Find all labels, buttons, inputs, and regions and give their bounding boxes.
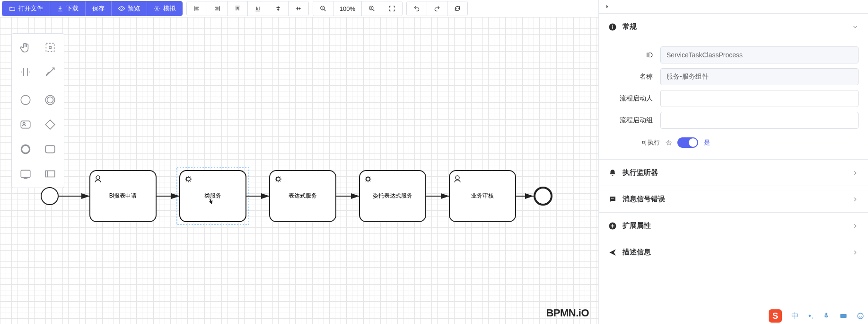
chevron-right-icon (852, 196, 859, 203)
svg-rect-26 (612, 26, 613, 28)
sogou-ime-icon[interactable]: S (769, 309, 782, 323)
name-label: 名称 (608, 72, 660, 81)
chevron-right-icon (605, 4, 610, 9)
open-file-button[interactable]: 打开文件 (2, 1, 50, 16)
eye-icon (118, 5, 125, 12)
zoom-group: 100% (313, 1, 403, 16)
download-icon (57, 5, 63, 12)
svg-point-0 (121, 8, 123, 9)
svg-point-1 (156, 8, 158, 9)
id-label: ID (608, 51, 660, 59)
redo-icon (434, 5, 440, 12)
service-task-node[interactable]: 表达式服务 (270, 171, 336, 222)
svg-rect-32 (840, 314, 846, 318)
section-signals: 消息信号错误 (599, 186, 868, 212)
folder-open-icon (9, 5, 16, 12)
service-task-node-selected[interactable]: 类服务 (177, 168, 249, 225)
section-title: 消息信号错误 (623, 195, 665, 204)
user-task-node[interactable]: 业务审核 (449, 171, 516, 222)
microphone-icon[interactable] (823, 312, 830, 320)
emoji-icon[interactable] (857, 312, 864, 320)
align-right-button[interactable] (207, 1, 228, 16)
align-left-button[interactable] (187, 1, 207, 16)
align-center-h-button[interactable] (268, 1, 289, 16)
svg-point-30 (614, 198, 614, 199)
node-label: 委托表达式服务 (373, 192, 412, 199)
refresh-button[interactable] (447, 1, 467, 16)
align-top-icon (234, 5, 241, 12)
section-listeners-header[interactable]: 执行监听器 (599, 160, 868, 186)
node-label: 业务审核 (471, 192, 494, 199)
download-button[interactable]: 下载 (50, 1, 86, 16)
initiator-label: 流程启动人 (608, 94, 660, 103)
end-event[interactable] (535, 188, 552, 205)
switch-no-label: 否 (666, 138, 672, 147)
node-label: 类服务 (204, 192, 221, 199)
zoom-level: 100% (333, 1, 362, 16)
id-input[interactable]: ServiceTaskClassProcess (660, 46, 859, 63)
align-bottom-button[interactable] (248, 1, 268, 16)
user-task-node[interactable]: Bi报表申请 (90, 171, 156, 222)
plus-circle-icon (608, 222, 617, 230)
svg-point-33 (858, 313, 863, 319)
svg-point-29 (612, 198, 613, 199)
align-center-v-button[interactable] (289, 1, 308, 16)
section-title: 常规 (623, 22, 637, 31)
section-listeners: 执行监听器 (599, 159, 868, 186)
bell-icon (608, 169, 617, 177)
section-description: 描述信息 (599, 239, 868, 265)
preview-label: 预览 (128, 4, 140, 13)
start-group-label: 流程启动组 (608, 116, 660, 125)
save-button[interactable]: 保存 (86, 1, 112, 16)
panel-collapse-bar[interactable] (599, 0, 868, 13)
simulate-label: 模拟 (163, 4, 175, 13)
section-general-body: ID ServiceTaskClassProcess 名称 服务-服务组件 流程… (599, 40, 868, 159)
chevron-right-icon (852, 223, 859, 229)
open-file-label: 打开文件 (18, 4, 43, 13)
refresh-icon (454, 5, 461, 12)
initiator-input[interactable] (660, 90, 859, 107)
section-signals-header[interactable]: 消息信号错误 (599, 186, 868, 212)
simulate-button[interactable]: 模拟 (147, 1, 182, 16)
svg-point-27 (612, 25, 613, 26)
chevron-down-icon (852, 24, 859, 30)
zoom-in-button[interactable] (362, 1, 382, 16)
gear-icon (154, 5, 160, 12)
align-top-button[interactable] (228, 1, 248, 16)
service-task-node[interactable]: 委托表达式服务 (359, 171, 426, 222)
download-label: 下载 (66, 4, 79, 13)
align-left-icon (193, 5, 200, 12)
name-input[interactable]: 服务-服务组件 (660, 68, 859, 85)
redo-button[interactable] (427, 1, 447, 16)
zoom-out-icon (320, 5, 326, 12)
executable-switch[interactable] (677, 137, 698, 148)
svg-point-28 (611, 198, 612, 199)
align-center-v-icon (295, 5, 302, 12)
section-general-header[interactable]: 常规 (599, 14, 868, 40)
align-right-icon (214, 5, 220, 12)
info-icon (608, 23, 617, 31)
start-event[interactable] (41, 188, 58, 205)
ime-punct-icon[interactable]: •, (808, 312, 813, 320)
section-extensions-header[interactable]: 扩展属性 (599, 213, 868, 239)
bpmn-diagram: Bi报表申请 类服务 表达式服务 委托表达式服务 (0, 17, 598, 324)
zoom-in-icon (368, 5, 375, 12)
ime-language[interactable]: 中 (791, 311, 799, 321)
section-description-header[interactable]: 描述信息 (599, 239, 868, 265)
keyboard-icon[interactable] (840, 312, 847, 320)
zoom-fit-button[interactable] (382, 1, 402, 16)
send-icon (608, 248, 617, 257)
chevron-right-icon (852, 249, 859, 256)
switch-yes-label: 是 (704, 138, 710, 147)
zoom-fit-icon (389, 5, 395, 12)
undo-button[interactable] (407, 1, 427, 16)
executable-label: 可执行 (641, 138, 660, 147)
start-group-input[interactable] (660, 112, 859, 129)
preview-button[interactable]: 预览 (112, 1, 147, 16)
history-group (406, 1, 468, 16)
zoom-out-button[interactable] (313, 1, 333, 16)
section-title: 扩展属性 (623, 221, 651, 230)
align-bottom-icon (254, 5, 261, 12)
save-label: 保存 (92, 4, 105, 13)
canvas[interactable]: Bi报表申请 类服务 表达式服务 委托表达式服务 (0, 17, 598, 324)
